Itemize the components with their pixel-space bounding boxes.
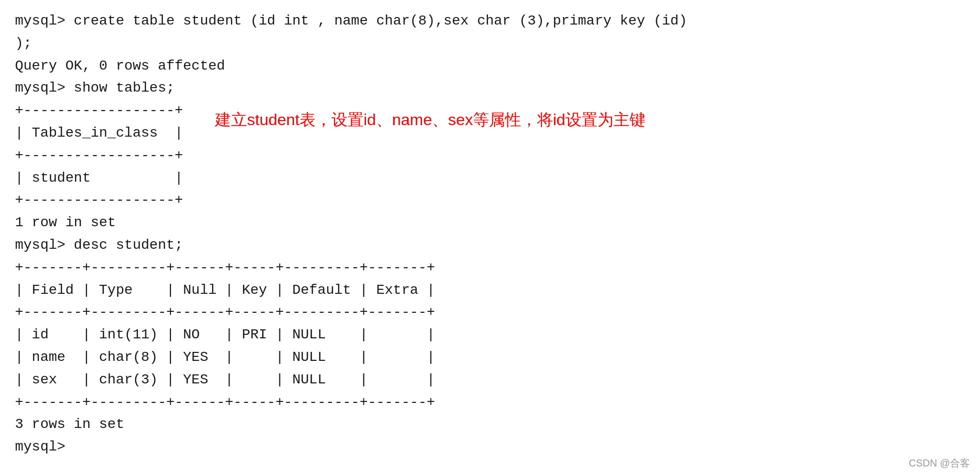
- terminal-container: mysql> create table student (id int , na…: [0, 0, 980, 476]
- terminal-line-10: +------------------+: [15, 189, 965, 212]
- terminal-line-17: | id | int(11) | NO | PRI | NULL | |: [15, 324, 965, 346]
- terminal-line-23: mysql>: [15, 436, 965, 458]
- annotation-text: 建立student表，设置id、name、sex等属性，将id设置为主键: [215, 109, 646, 131]
- terminal-line-8: +------------------+: [15, 145, 965, 167]
- terminal-line-19: | sex | char(3) | YES | | NULL | |: [15, 369, 965, 391]
- terminal-line-3: Query OK, 0 rows affected: [15, 55, 965, 78]
- terminal-line-18: | name | char(8) | YES | | NULL | |: [15, 346, 965, 369]
- terminal-line-1: mysql> create table student (id int , na…: [15, 10, 965, 33]
- terminal-line-9: | student |: [15, 167, 965, 190]
- terminal-line-20: +-------+---------+------+-----+--------…: [15, 391, 965, 414]
- terminal-line-15: | Field | Type | Null | Key | Default | …: [15, 279, 965, 302]
- terminal-line-16: +-------+---------+------+-----+--------…: [15, 301, 965, 324]
- terminal-line-2: );: [15, 33, 965, 55]
- terminal-content: mysql> create table student (id int , na…: [15, 10, 965, 458]
- terminal-line-11: 1 row in set: [15, 212, 965, 234]
- terminal-line-5: mysql> show tables;: [15, 77, 965, 100]
- terminal-line-14: +-------+---------+------+-----+--------…: [15, 257, 965, 279]
- terminal-line-21: 3 rows in set: [15, 413, 965, 436]
- watermark: CSDN @合客: [908, 456, 970, 470]
- terminal-line-13: mysql> desc student;: [15, 234, 965, 257]
